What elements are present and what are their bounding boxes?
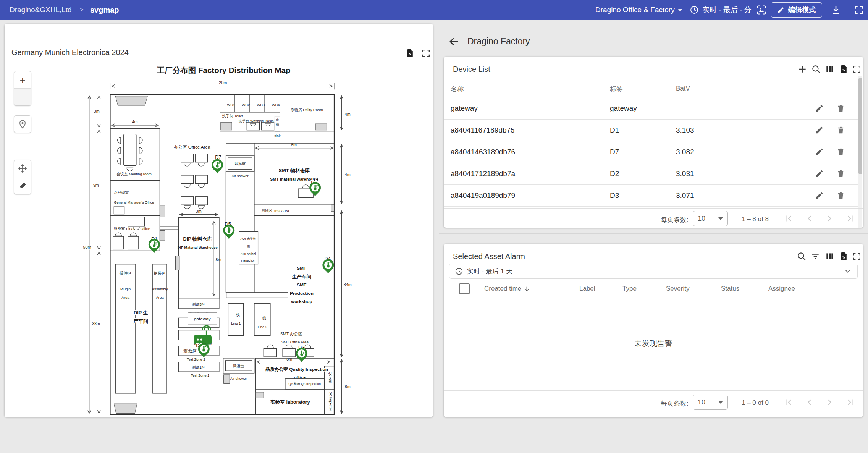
chevron-down-icon (678, 9, 682, 11)
download-button[interactable] (831, 5, 841, 15)
col-header-label[interactable]: Label (579, 285, 595, 293)
chevron-left-icon (805, 397, 815, 407)
trash-icon (836, 104, 845, 113)
device-fullscreen-button[interactable] (851, 63, 862, 75)
sort-desc-icon (524, 286, 530, 292)
add-device-button[interactable] (797, 63, 808, 75)
pencil-icon (815, 169, 824, 178)
place-pin-button[interactable] (14, 116, 31, 133)
panel-splitter[interactable] (439, 233, 868, 234)
first-page-button[interactable] (784, 397, 794, 408)
table-row[interactable]: a84041167189db75 D1 3.103 (444, 119, 858, 141)
delete-row-button[interactable] (835, 104, 846, 113)
room-label: Air shower (232, 174, 249, 178)
prev-page-button[interactable] (804, 397, 815, 408)
room-label: 风淋室 (233, 364, 244, 368)
edit-row-button[interactable] (813, 104, 825, 113)
zoom-out-button[interactable]: − (14, 88, 31, 105)
col-header-label[interactable]: 标签 (610, 85, 623, 94)
search-icon (811, 64, 821, 74)
per-page-label: 每页条数: (661, 399, 689, 408)
table-row[interactable]: a840419a0189db79 D3 3.071 (444, 184, 858, 207)
alarm-filter-button[interactable] (810, 251, 821, 262)
map-fullscreen-button[interactable] (420, 47, 432, 59)
table-row[interactable]: gateway gateway (444, 97, 858, 120)
edit-row-button[interactable] (813, 147, 825, 156)
room-label: 测 (247, 244, 250, 248)
device-pin-d3[interactable] (296, 348, 307, 362)
scrollbar-track[interactable] (858, 76, 862, 228)
device-pin-d4[interactable] (323, 259, 334, 273)
row-label: D3 (610, 191, 676, 200)
row-name: a84041712189db7a (451, 170, 610, 178)
eraser-tool-button[interactable] (14, 177, 31, 194)
col-header-batv[interactable]: BatV (676, 85, 690, 92)
back-button[interactable] (448, 35, 461, 48)
delete-row-button[interactable] (835, 191, 846, 200)
col-header-name[interactable]: 名称 (451, 85, 464, 94)
alarm-search-button[interactable] (796, 251, 807, 262)
time-range-label: 实时 - 最后 - 分 (702, 5, 752, 15)
room-label: 槽 (275, 123, 279, 126)
trash-icon (836, 147, 845, 156)
room-label: 杂物房 Utility Room (291, 108, 323, 112)
device-search-button[interactable] (810, 63, 822, 75)
alarm-fullscreen-button[interactable] (851, 251, 862, 262)
zoom-in-button[interactable]: + (14, 71, 31, 88)
alarm-time-filter[interactable]: 实时 - 最后 1 天 (449, 264, 858, 279)
smt-warehouse: SMT 物料仓库 SMT material warehouse 测试区 Test… (261, 168, 318, 213)
scrollbar-thumb[interactable] (858, 78, 862, 174)
col-header-severity[interactable]: Severity (666, 285, 689, 293)
edit-row-button[interactable] (813, 126, 825, 134)
breadcrumb-page: svgmap (90, 6, 119, 15)
gateway-device-icon[interactable] (194, 326, 212, 345)
col-header-type[interactable]: Type (622, 285, 637, 293)
move-tool-button[interactable] (14, 160, 31, 177)
delete-row-button[interactable] (835, 126, 846, 134)
time-range-button[interactable]: 实时 - 最后 - 分 (690, 5, 752, 15)
last-page-button[interactable] (845, 397, 855, 408)
entity-select[interactable]: Dragino Office & Factory (595, 6, 682, 14)
map-pin-control (14, 115, 31, 133)
edit-mode-label: 编辑模式 (788, 5, 816, 15)
select-all-checkbox[interactable] (459, 283, 470, 294)
edit-mode-button[interactable]: 编辑模式 (771, 2, 822, 18)
edit-row-button[interactable] (813, 169, 825, 178)
fullscreen-button[interactable] (854, 5, 864, 15)
alarm-export-button[interactable] (838, 251, 849, 262)
row-batv: 3.103 (676, 126, 813, 134)
row-label: D1 (610, 126, 676, 134)
last-page-icon (845, 397, 855, 407)
per-page-select[interactable]: 10 (693, 395, 728, 410)
first-page-button[interactable] (784, 213, 794, 224)
delete-row-button[interactable] (835, 169, 846, 178)
trash-icon (836, 126, 845, 134)
device-pin-d7[interactable] (212, 159, 223, 173)
toilet-block: WC1 WC2 WC3 WC4 洗手间 Toilet 洗手台 Washing B… (222, 103, 323, 138)
device-pin-d5[interactable] (223, 225, 234, 239)
breadcrumb-brand[interactable]: Dragino&GXHL,Ltd (10, 6, 72, 14)
device-export-button[interactable] (838, 63, 849, 75)
filter-icon (810, 251, 820, 261)
factory-floorplan-svg[interactable]: 工厂分布图 Factory Distribution Map 20m 3m 4m… (79, 59, 356, 423)
delete-row-button[interactable] (835, 147, 846, 156)
map-title: 工厂分布图 Factory Distribution Map (157, 66, 291, 74)
table-row[interactable]: a84041463189db76 D7 3.082 (444, 141, 858, 163)
per-page-select[interactable]: 10 (693, 211, 728, 226)
table-row[interactable]: a84041712189db7a D2 3.031 (444, 163, 858, 185)
prev-page-button[interactable] (804, 213, 815, 224)
dim-label: 8m (345, 384, 351, 389)
fullscreen-icon (852, 65, 862, 74)
next-page-button[interactable] (824, 397, 835, 408)
row-label: gateway (610, 104, 676, 113)
next-page-button[interactable] (824, 213, 835, 224)
alarm-columns-button[interactable] (824, 251, 836, 262)
map-export-button[interactable] (404, 47, 415, 59)
screenshot-button[interactable] (756, 5, 767, 15)
col-header-status[interactable]: Status (721, 285, 739, 293)
device-columns-button[interactable] (824, 63, 836, 75)
edit-row-button[interactable] (813, 191, 825, 200)
col-header-assignee[interactable]: Assignee (768, 285, 795, 293)
col-header-created[interactable]: Created time (484, 285, 530, 293)
last-page-button[interactable] (845, 213, 855, 224)
